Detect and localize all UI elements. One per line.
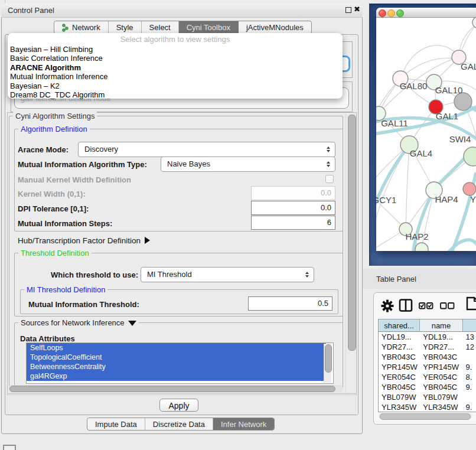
table-cell[interactable]: 12 bbox=[463, 342, 476, 352]
collapsed-panel-handle[interactable] bbox=[3, 445, 16, 450]
kernel-width-input[interactable]: 0.0 bbox=[251, 186, 335, 200]
table-hscrollbar-track[interactable] bbox=[379, 413, 472, 419]
attributes-scrollbar-thumb[interactable] bbox=[325, 344, 332, 373]
node-label-gal: GAL bbox=[461, 61, 476, 71]
table-row[interactable]: YLR345WYLR345W9. bbox=[379, 402, 476, 412]
mi-threshold-input[interactable]: 0.5 bbox=[248, 296, 332, 311]
dpi-tolerance-input[interactable]: 0.0 bbox=[251, 201, 335, 215]
tab-network[interactable]: Network bbox=[54, 21, 109, 34]
attribute-item-topologicalcoefficient[interactable]: TopologicalCoefficient bbox=[27, 353, 326, 362]
aracne-mode-select[interactable]: Discovery bbox=[78, 142, 335, 157]
cyni-tab-discretize-data[interactable]: Discretize Data bbox=[145, 418, 213, 430]
table-cell[interactable]: 9. bbox=[463, 362, 476, 372]
table-row[interactable]: YPR145WYPR145W9. bbox=[379, 362, 476, 372]
algorithm-option-bayesian-hill-climbing[interactable]: Bayesian – Hill Climbing bbox=[8, 45, 343, 54]
attribute-item-selfloops[interactable]: SelfLoops bbox=[27, 343, 326, 353]
network-edge bbox=[406, 145, 409, 229]
data-attributes-list[interactable]: SelfLoopsTopologicalCoefficientBetweenne… bbox=[26, 343, 334, 384]
cyni-tab-infer-network[interactable]: Infer Network bbox=[213, 418, 274, 430]
float-window-icon[interactable] bbox=[345, 7, 351, 13]
node-label-hap2: HAP2 bbox=[405, 231, 428, 242]
table-cell[interactable]: YDL19... bbox=[379, 332, 420, 342]
column-header-extra[interactable] bbox=[463, 319, 476, 332]
table-cell[interactable]: YBL079W bbox=[379, 392, 420, 402]
table-row[interactable]: YER054CYER054C8. bbox=[379, 372, 476, 382]
mi-steps-input[interactable]: 6 bbox=[251, 216, 335, 230]
which-threshold-select[interactable]: MI Threshold bbox=[141, 267, 314, 282]
minimize-button[interactable] bbox=[387, 9, 395, 17]
algorithm-option-dream8-dc-tdc-algorithm[interactable]: Dream8 DC_TDC Algorithm bbox=[8, 90, 343, 99]
table-cell[interactable]: YDL19... bbox=[420, 332, 462, 342]
mi-threshold-group-title: MI Threshold Definition bbox=[24, 285, 107, 294]
tab-select[interactable]: Select bbox=[142, 21, 179, 34]
settings-vscrollbar-thumb[interactable] bbox=[348, 115, 356, 351]
settings-vscrollbar-track[interactable] bbox=[345, 113, 356, 393]
node-label-gal1: GAL1 bbox=[436, 111, 458, 121]
table-cell[interactable]: YPR145W bbox=[379, 362, 420, 372]
table-row[interactable]: YBL079WYBL079W bbox=[379, 392, 476, 402]
attribute-item-gal4rgexp[interactable]: gal4RGexp bbox=[27, 371, 326, 381]
settings-hscrollbar-track[interactable] bbox=[8, 385, 343, 392]
table-cell[interactable]: YBR045C bbox=[379, 382, 420, 392]
table-cell[interactable]: YBR045C bbox=[420, 382, 462, 392]
manual-kernel-checkbox[interactable] bbox=[325, 175, 334, 183]
node-label-hap4: HAP4 bbox=[435, 194, 458, 204]
table-cell[interactable]: YBL079W bbox=[420, 392, 462, 402]
close-button[interactable] bbox=[379, 9, 386, 17]
table-cell[interactable]: YLR345W bbox=[420, 402, 462, 412]
tab-cyni-toolbox[interactable]: Cyni Toolbox bbox=[179, 21, 239, 34]
node-label-gal10: GAL10 bbox=[435, 85, 463, 95]
table-row[interactable]: YBR043CYBR043C bbox=[379, 352, 476, 362]
sources-group-title[interactable]: Sources for Network Inference bbox=[18, 318, 139, 327]
table-cell[interactable]: YBR043C bbox=[420, 352, 462, 362]
tab-label: Cyni Toolbox bbox=[187, 23, 230, 32]
apply-button[interactable]: Apply bbox=[159, 399, 198, 412]
table-cell[interactable] bbox=[463, 392, 476, 402]
zoom-button[interactable] bbox=[396, 9, 404, 17]
network-node-y[interactable] bbox=[463, 182, 476, 195]
table-cell[interactable]: YDR27... bbox=[379, 342, 420, 352]
mi-type-select[interactable]: Naive Bayes bbox=[161, 156, 335, 172]
table-cell[interactable]: 9. bbox=[463, 402, 476, 412]
cyni-tab-impute-data[interactable]: Impute Data bbox=[87, 418, 145, 430]
gear-icon[interactable] bbox=[380, 298, 395, 314]
algorithm-option-bayesian-k2[interactable]: Bayesian – K2 bbox=[8, 81, 343, 90]
table-cell[interactable]: 8. bbox=[463, 372, 476, 382]
table-cell[interactable]: 9. bbox=[463, 382, 476, 392]
node-label-y: Y bbox=[470, 194, 476, 204]
network-canvas[interactable]: GALGAL80GAL10GAL1GAL11GAL4SWI4GCY1HAP4YH… bbox=[376, 18, 476, 251]
attributes-scrollbar-track[interactable] bbox=[324, 344, 331, 383]
algorithm-option-mutual-information-inference[interactable]: Mutual Information Inference bbox=[8, 72, 343, 81]
split-view-icon[interactable] bbox=[398, 298, 413, 313]
table-cell[interactable]: YBR043C bbox=[379, 352, 420, 362]
node-label-gcy1: GCY1 bbox=[376, 195, 396, 205]
table-row[interactable]: YDR27...YDR27...12 bbox=[379, 342, 476, 352]
tab-jactivemnodules[interactable]: jActiveMNodules bbox=[239, 21, 311, 34]
mi-type-label: Mutual Information Algorithm Type: bbox=[18, 160, 147, 169]
deselect-all-icon[interactable] bbox=[439, 298, 455, 314]
hub-definition-toggle[interactable]: Hub/Transcription Factor Definition bbox=[18, 236, 150, 245]
attribute-item-betweennesscentrality[interactable]: BetweennessCentrality bbox=[27, 362, 326, 371]
table-cell[interactable]: YLR345W bbox=[379, 402, 420, 412]
select-all-icon[interactable] bbox=[418, 298, 433, 314]
tab-style[interactable]: Style bbox=[109, 21, 142, 34]
settings-hscrollbar-thumb[interactable] bbox=[9, 386, 335, 392]
column-header-shared[interactable]: shared... bbox=[379, 319, 420, 332]
table-row[interactable]: YBR045CYBR045C9. bbox=[379, 382, 476, 392]
table-cell[interactable]: 13 bbox=[463, 332, 476, 342]
table-cell[interactable]: YER054C bbox=[379, 372, 420, 382]
algorithm-option-basic-correlation-inference[interactable]: Basic Correlation Inference bbox=[8, 54, 343, 63]
table-cell[interactable] bbox=[463, 352, 476, 362]
network-window-titlebar[interactable] bbox=[376, 8, 476, 18]
column-header-name[interactable]: name bbox=[420, 319, 462, 332]
close-icon[interactable]: ✖ bbox=[354, 5, 360, 14]
table-hscrollbar-thumb[interactable] bbox=[380, 413, 471, 420]
network-node-swi4[interactable] bbox=[464, 147, 476, 166]
table-cell[interactable]: YPR145W bbox=[420, 362, 462, 372]
algorithm-option-aracne-algorithm[interactable]: ARACNE Algorithm bbox=[8, 63, 343, 72]
network-node[interactable] bbox=[454, 93, 472, 110]
table-cell[interactable]: YDR27... bbox=[420, 342, 462, 352]
new-column-icon[interactable] bbox=[465, 296, 476, 311]
table-cell[interactable]: YER054C bbox=[420, 372, 462, 382]
table-row[interactable]: YDL19...YDL19...13 bbox=[379, 332, 476, 342]
